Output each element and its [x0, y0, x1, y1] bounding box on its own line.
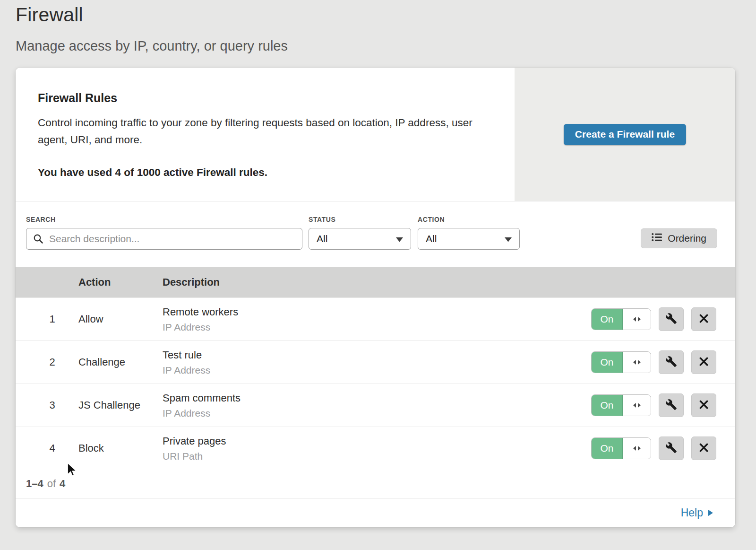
filter-bar: SEARCH STATUS All ACTION All	[16, 201, 735, 267]
toggle-on-label: On	[592, 438, 623, 459]
rule-toggle[interactable]: On	[591, 351, 651, 373]
rule-action: Allow	[78, 313, 163, 325]
rule-priority: 1	[16, 313, 78, 325]
ordering-button-label: Ordering	[668, 233, 706, 244]
toggle-arrows-icon	[623, 309, 651, 330]
close-icon	[699, 443, 709, 454]
search-label: SEARCH	[26, 216, 302, 223]
rules-intro: Firewall Rules Control incoming traffic …	[16, 68, 515, 201]
create-rule-panel: Create a Firewall rule	[515, 68, 735, 201]
toggle-on-label: On	[592, 395, 623, 416]
page-subtitle: Manage access by IP, country, or query r…	[16, 38, 756, 54]
delete-rule-button[interactable]	[691, 393, 716, 417]
toggle-arrows-icon	[623, 438, 651, 459]
table-row: 3 JS Challenge Spam comments IP Address …	[16, 384, 735, 427]
rule-toggle[interactable]: On	[591, 308, 651, 330]
rule-priority: 3	[16, 399, 78, 411]
action-select-value: All	[426, 233, 437, 244]
wrench-icon	[665, 356, 677, 369]
help-link[interactable]: Help	[681, 506, 713, 519]
table-row: 1 Allow Remote workers IP Address On	[16, 297, 735, 340]
list-icon	[652, 233, 662, 244]
delete-rule-button[interactable]	[691, 307, 716, 331]
rule-match-type: IP Address	[163, 322, 591, 333]
pagination-range: 1–4	[26, 478, 43, 490]
ordering-button[interactable]: Ordering	[641, 228, 717, 248]
rule-action: Block	[78, 442, 163, 454]
delete-rule-button[interactable]	[691, 350, 716, 374]
chevron-down-icon	[396, 233, 403, 244]
toggle-on-label: On	[592, 309, 623, 330]
rule-description: Remote workers	[163, 306, 591, 318]
table-row: 4 Block Private pages URI Path On	[16, 427, 735, 470]
action-select[interactable]: All	[418, 228, 520, 250]
rule-priority: 2	[16, 356, 78, 368]
rules-heading: Firewall Rules	[38, 91, 486, 105]
create-firewall-rule-button[interactable]: Create a Firewall rule	[564, 124, 686, 145]
rule-match-type: URI Path	[163, 451, 591, 462]
wrench-icon	[665, 313, 677, 326]
firewall-rules-card: Firewall Rules Control incoming traffic …	[16, 68, 735, 527]
pagination-of: of	[47, 478, 56, 490]
edit-rule-button[interactable]	[659, 393, 684, 417]
rule-toggle[interactable]: On	[591, 437, 651, 459]
status-label: STATUS	[309, 216, 411, 223]
rule-action: Challenge	[78, 356, 163, 368]
edit-rule-button[interactable]	[659, 437, 684, 460]
rule-toggle[interactable]: On	[591, 394, 651, 416]
rule-description: Spam comments	[163, 392, 591, 404]
rule-description: Private pages	[163, 435, 591, 447]
help-link-label: Help	[681, 506, 703, 519]
edit-rule-button[interactable]	[659, 350, 684, 374]
toggle-on-label: On	[592, 352, 623, 373]
pagination-total: 4	[60, 478, 65, 490]
page-title: Firewall	[16, 4, 756, 26]
rule-description: Test rule	[163, 349, 591, 361]
rules-usage-counter: You have used 4 of 1000 active Firewall …	[38, 166, 486, 179]
wrench-icon	[665, 442, 677, 455]
chevron-right-icon	[708, 506, 713, 519]
rules-description: Control incoming traffic to your zone by…	[38, 114, 486, 148]
card-footer: Help	[16, 498, 735, 527]
search-icon	[33, 234, 43, 246]
status-select-value: All	[317, 233, 327, 244]
delete-rule-button[interactable]	[691, 437, 716, 460]
toggle-arrows-icon	[623, 352, 651, 373]
action-column-header: Action	[78, 276, 163, 288]
pagination: 1–4 of 4	[16, 470, 735, 498]
rule-priority: 4	[16, 442, 78, 454]
close-icon	[699, 314, 709, 325]
card-top-section: Firewall Rules Control incoming traffic …	[16, 68, 735, 201]
toggle-arrows-icon	[623, 395, 651, 416]
chevron-down-icon	[505, 233, 512, 244]
search-input[interactable]	[26, 228, 302, 250]
rule-match-type: IP Address	[163, 408, 591, 419]
description-column-header: Description	[163, 276, 735, 288]
table-header: Action Description	[16, 267, 735, 297]
action-label: ACTION	[418, 216, 520, 223]
page-header: Firewall Manage access by IP, country, o…	[0, 0, 756, 54]
table-row: 2 Challenge Test rule IP Address On	[16, 340, 735, 384]
rule-action: JS Challenge	[78, 399, 163, 411]
status-select[interactable]: All	[309, 228, 411, 250]
wrench-icon	[665, 399, 677, 412]
rule-match-type: IP Address	[163, 365, 591, 376]
close-icon	[699, 400, 709, 411]
edit-rule-button[interactable]	[659, 307, 684, 331]
close-icon	[699, 357, 709, 368]
